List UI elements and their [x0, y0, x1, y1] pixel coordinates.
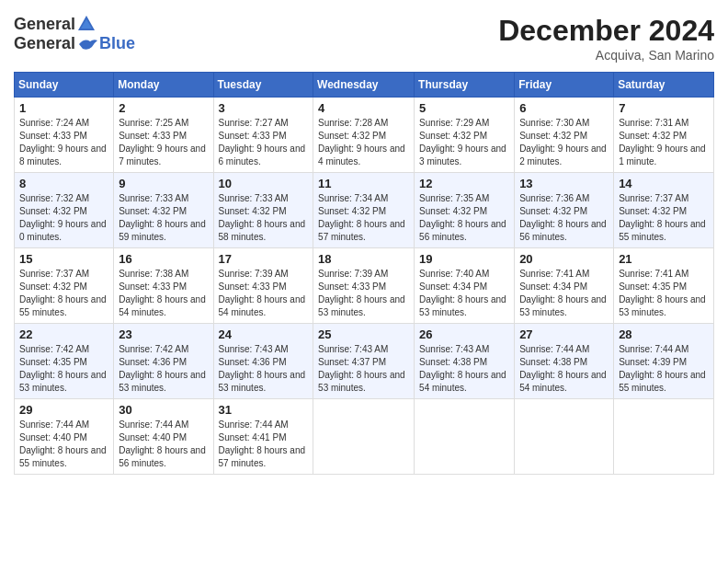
week-row-3: 15Sunrise: 7:37 AMSunset: 4:32 PMDayligh… [15, 248, 714, 324]
day-number: 19 [419, 252, 509, 266]
day-info: Sunrise: 7:39 AMSunset: 4:33 PMDaylight:… [318, 268, 409, 319]
calendar-table: SundayMondayTuesdayWednesdayThursdayFrid… [14, 72, 714, 475]
day-number: 28 [619, 327, 709, 341]
day-info: Sunrise: 7:30 AMSunset: 4:32 PMDaylight:… [519, 117, 609, 168]
calendar-cell: 3Sunrise: 7:27 AMSunset: 4:33 PMDaylight… [213, 98, 313, 173]
week-row-4: 22Sunrise: 7:42 AMSunset: 4:35 PMDayligh… [15, 324, 714, 399]
day-number: 5 [419, 101, 509, 115]
day-info: Sunrise: 7:33 AMSunset: 4:32 PMDaylight:… [119, 192, 208, 244]
day-number: 16 [119, 252, 208, 266]
day-number: 21 [619, 252, 709, 266]
logo-icon [76, 14, 97, 34]
calendar-cell: 14Sunrise: 7:37 AMSunset: 4:32 PMDayligh… [614, 173, 714, 248]
day-info: Sunrise: 7:34 AMSunset: 4:32 PMDaylight:… [318, 192, 409, 244]
day-number: 13 [519, 177, 609, 190]
day-header-sunday: Sunday [15, 73, 114, 98]
day-info: Sunrise: 7:36 AMSunset: 4:32 PMDaylight:… [519, 192, 609, 244]
calendar-cell: 30Sunrise: 7:44 AMSunset: 4:40 PMDayligh… [114, 399, 213, 475]
calendar-cell: 29Sunrise: 7:44 AMSunset: 4:40 PMDayligh… [15, 399, 114, 475]
day-info: Sunrise: 7:32 AMSunset: 4:32 PMDaylight:… [19, 192, 108, 244]
day-number: 23 [119, 327, 208, 341]
day-info: Sunrise: 7:31 AMSunset: 4:32 PMDaylight:… [619, 117, 709, 168]
location: Acquiva, San Marino [498, 48, 714, 63]
day-info: Sunrise: 7:33 AMSunset: 4:32 PMDaylight:… [219, 192, 309, 244]
day-number: 2 [119, 101, 208, 115]
calendar-cell: 15Sunrise: 7:37 AMSunset: 4:32 PMDayligh… [15, 248, 114, 324]
calendar-cell: 17Sunrise: 7:39 AMSunset: 4:33 PMDayligh… [213, 248, 313, 324]
day-info: Sunrise: 7:24 AMSunset: 4:33 PMDaylight:… [19, 117, 108, 168]
day-info: Sunrise: 7:44 AMSunset: 4:40 PMDaylight:… [119, 419, 208, 470]
day-info: Sunrise: 7:43 AMSunset: 4:36 PMDaylight:… [219, 343, 309, 395]
week-row-1: 1Sunrise: 7:24 AMSunset: 4:33 PMDaylight… [15, 98, 714, 173]
calendar-cell: 25Sunrise: 7:43 AMSunset: 4:37 PMDayligh… [313, 324, 415, 399]
logo-general-text: General [14, 15, 75, 34]
calendar-cell: 21Sunrise: 7:41 AMSunset: 4:35 PMDayligh… [614, 248, 714, 324]
day-number: 25 [318, 327, 409, 341]
day-info: Sunrise: 7:40 AMSunset: 4:34 PMDaylight:… [419, 268, 509, 319]
day-info: Sunrise: 7:39 AMSunset: 4:33 PMDaylight:… [219, 268, 309, 319]
calendar-cell: 19Sunrise: 7:40 AMSunset: 4:34 PMDayligh… [415, 248, 515, 324]
calendar-cell: 4Sunrise: 7:28 AMSunset: 4:32 PMDaylight… [313, 98, 415, 173]
calendar-cell: 23Sunrise: 7:42 AMSunset: 4:36 PMDayligh… [114, 324, 213, 399]
day-number: 30 [119, 403, 208, 417]
day-number: 22 [19, 327, 108, 341]
day-header-thursday: Thursday [415, 73, 515, 98]
day-number: 10 [219, 177, 309, 190]
calendar-cell: 2Sunrise: 7:25 AMSunset: 4:33 PMDaylight… [114, 98, 213, 173]
day-number: 24 [219, 327, 309, 341]
calendar-cell: 20Sunrise: 7:41 AMSunset: 4:34 PMDayligh… [515, 248, 614, 324]
day-number: 12 [419, 177, 509, 190]
day-info: Sunrise: 7:44 AMSunset: 4:38 PMDaylight:… [519, 343, 609, 395]
day-number: 27 [519, 327, 609, 341]
day-number: 1 [19, 101, 108, 115]
calendar-cell: 8Sunrise: 7:32 AMSunset: 4:32 PMDaylight… [15, 173, 114, 248]
day-number: 3 [219, 101, 309, 115]
calendar-cell: 12Sunrise: 7:35 AMSunset: 4:32 PMDayligh… [415, 173, 515, 248]
calendar-cell: 31Sunrise: 7:44 AMSunset: 4:41 PMDayligh… [213, 399, 313, 475]
day-number: 17 [219, 252, 309, 266]
day-header-monday: Monday [114, 73, 213, 98]
day-number: 11 [318, 177, 409, 190]
day-info: Sunrise: 7:44 AMSunset: 4:39 PMDaylight:… [619, 343, 709, 395]
day-info: Sunrise: 7:38 AMSunset: 4:33 PMDaylight:… [119, 268, 208, 319]
calendar-cell: 1Sunrise: 7:24 AMSunset: 4:33 PMDaylight… [15, 98, 114, 173]
day-number: 15 [19, 252, 108, 266]
week-row-2: 8Sunrise: 7:32 AMSunset: 4:32 PMDaylight… [15, 173, 714, 248]
calendar-cell: 11Sunrise: 7:34 AMSunset: 4:32 PMDayligh… [313, 173, 415, 248]
calendar-cell: 28Sunrise: 7:44 AMSunset: 4:39 PMDayligh… [614, 324, 714, 399]
day-header-wednesday: Wednesday [313, 73, 415, 98]
calendar-cell: 22Sunrise: 7:42 AMSunset: 4:35 PMDayligh… [15, 324, 114, 399]
calendar-cell: 9Sunrise: 7:33 AMSunset: 4:32 PMDaylight… [114, 173, 213, 248]
calendar-cell [415, 399, 515, 475]
day-info: Sunrise: 7:25 AMSunset: 4:33 PMDaylight:… [119, 117, 208, 168]
day-number: 7 [619, 101, 709, 115]
day-info: Sunrise: 7:42 AMSunset: 4:35 PMDaylight:… [19, 343, 108, 395]
day-info: Sunrise: 7:28 AMSunset: 4:32 PMDaylight:… [318, 117, 409, 168]
day-number: 14 [619, 177, 709, 190]
day-number: 9 [119, 177, 208, 190]
day-header-saturday: Saturday [614, 73, 714, 98]
day-info: Sunrise: 7:44 AMSunset: 4:40 PMDaylight:… [19, 419, 108, 470]
day-info: Sunrise: 7:43 AMSunset: 4:37 PMDaylight:… [318, 343, 409, 395]
calendar-cell: 13Sunrise: 7:36 AMSunset: 4:32 PMDayligh… [515, 173, 614, 248]
logo-blue-text: Blue [99, 34, 135, 53]
day-number: 18 [318, 252, 409, 266]
calendar-cell: 10Sunrise: 7:33 AMSunset: 4:32 PMDayligh… [213, 173, 313, 248]
day-info: Sunrise: 7:27 AMSunset: 4:33 PMDaylight:… [219, 117, 309, 168]
logo: General General Blue [14, 14, 135, 53]
day-info: Sunrise: 7:37 AMSunset: 4:32 PMDaylight:… [619, 192, 709, 244]
calendar-cell: 5Sunrise: 7:29 AMSunset: 4:32 PMDaylight… [415, 98, 515, 173]
day-number: 20 [519, 252, 609, 266]
calendar-cell: 7Sunrise: 7:31 AMSunset: 4:32 PMDaylight… [614, 98, 714, 173]
logo-bird-icon [77, 36, 97, 52]
week-row-5: 29Sunrise: 7:44 AMSunset: 4:40 PMDayligh… [15, 399, 714, 475]
calendar-cell [515, 399, 614, 475]
title-area: December 2024 Acquiva, San Marino [498, 14, 714, 63]
day-info: Sunrise: 7:35 AMSunset: 4:32 PMDaylight:… [419, 192, 509, 244]
day-info: Sunrise: 7:29 AMSunset: 4:32 PMDaylight:… [419, 117, 509, 168]
day-info: Sunrise: 7:37 AMSunset: 4:32 PMDaylight:… [19, 268, 108, 319]
calendar-cell [313, 399, 415, 475]
page-header: General General Blue December 2024 Acqui… [14, 14, 714, 63]
calendar-cell: 18Sunrise: 7:39 AMSunset: 4:33 PMDayligh… [313, 248, 415, 324]
calendar-cell: 6Sunrise: 7:30 AMSunset: 4:32 PMDaylight… [515, 98, 614, 173]
